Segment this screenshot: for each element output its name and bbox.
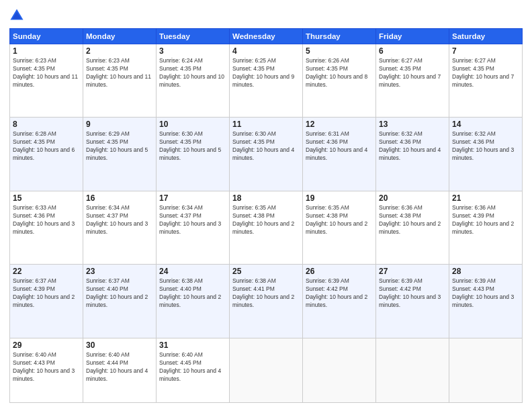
day-info: Sunrise: 6:27 AM Sunset: 4:35 PM Dayligh…	[379, 57, 446, 89]
page: Sunday Monday Tuesday Wednesday Thursday…	[0, 0, 532, 411]
day-info: Sunrise: 6:29 AM Sunset: 4:35 PM Dayligh…	[86, 130, 153, 163]
calendar-week-row: 29 Sunrise: 6:40 AM Sunset: 4:43 PM Dayl…	[10, 338, 523, 402]
day-info: Sunrise: 6:23 AM Sunset: 4:35 PM Dayligh…	[13, 57, 80, 89]
day-info: Sunrise: 6:31 AM Sunset: 4:36 PM Dayligh…	[306, 130, 373, 163]
header-monday: Monday	[83, 29, 157, 44]
day-info: Sunrise: 6:27 AM Sunset: 4:35 PM Dayligh…	[452, 57, 519, 89]
day-info: Sunrise: 6:40 AM Sunset: 4:44 PM Dayligh…	[86, 351, 153, 383]
table-row: 30 Sunrise: 6:40 AM Sunset: 4:44 PM Dayl…	[83, 338, 157, 402]
table-row: 24 Sunrise: 6:38 AM Sunset: 4:40 PM Dayl…	[157, 265, 230, 338]
day-number: 6	[379, 46, 446, 56]
logo	[9, 8, 27, 23]
calendar-table: Sunday Monday Tuesday Wednesday Thursday…	[9, 28, 523, 403]
day-number: 9	[86, 120, 153, 129]
day-number: 23	[86, 267, 153, 276]
table-row	[449, 338, 523, 402]
table-row: 23 Sunrise: 6:37 AM Sunset: 4:40 PM Dayl…	[83, 265, 157, 338]
table-row	[230, 338, 303, 402]
table-row: 25 Sunrise: 6:38 AM Sunset: 4:41 PM Dayl…	[230, 265, 303, 338]
day-number: 11	[232, 120, 300, 129]
table-row: 3 Sunrise: 6:24 AM Sunset: 4:35 PM Dayli…	[157, 44, 230, 118]
calendar-week-row: 22 Sunrise: 6:37 AM Sunset: 4:39 PM Dayl…	[10, 265, 523, 338]
day-number: 2	[86, 46, 153, 56]
day-info: Sunrise: 6:28 AM Sunset: 4:35 PM Dayligh…	[13, 130, 80, 163]
day-info: Sunrise: 6:32 AM Sunset: 4:36 PM Dayligh…	[379, 130, 446, 163]
day-info: Sunrise: 6:38 AM Sunset: 4:40 PM Dayligh…	[159, 277, 226, 310]
table-row: 18 Sunrise: 6:35 AM Sunset: 4:38 PM Dayl…	[230, 191, 303, 264]
header-sunday: Sunday	[10, 29, 83, 44]
day-info: Sunrise: 6:34 AM Sunset: 4:37 PM Dayligh…	[86, 204, 153, 236]
day-info: Sunrise: 6:36 AM Sunset: 4:39 PM Dayligh…	[452, 204, 519, 236]
header-tuesday: Tuesday	[157, 29, 230, 44]
day-number: 29	[13, 340, 80, 350]
table-row: 16 Sunrise: 6:34 AM Sunset: 4:37 PM Dayl…	[83, 191, 157, 264]
header	[9, 8, 523, 23]
day-number: 1	[13, 46, 80, 56]
table-row: 31 Sunrise: 6:40 AM Sunset: 4:45 PM Dayl…	[157, 338, 230, 402]
header-thursday: Thursday	[303, 29, 376, 44]
day-number: 12	[306, 120, 373, 129]
table-row: 5 Sunrise: 6:26 AM Sunset: 4:35 PM Dayli…	[303, 44, 376, 118]
table-row: 20 Sunrise: 6:36 AM Sunset: 4:38 PM Dayl…	[376, 191, 449, 264]
weekday-header-row: Sunday Monday Tuesday Wednesday Thursday…	[10, 29, 523, 44]
day-info: Sunrise: 6:30 AM Sunset: 4:35 PM Dayligh…	[232, 130, 300, 163]
day-info: Sunrise: 6:35 AM Sunset: 4:38 PM Dayligh…	[232, 204, 300, 236]
table-row: 14 Sunrise: 6:32 AM Sunset: 4:36 PM Dayl…	[449, 118, 523, 191]
table-row: 21 Sunrise: 6:36 AM Sunset: 4:39 PM Dayl…	[449, 191, 523, 264]
table-row	[376, 338, 449, 402]
table-row: 10 Sunrise: 6:30 AM Sunset: 4:35 PM Dayl…	[157, 118, 230, 191]
day-info: Sunrise: 6:39 AM Sunset: 4:43 PM Dayligh…	[452, 277, 519, 310]
day-number: 15	[13, 193, 80, 203]
day-number: 13	[379, 120, 446, 129]
calendar-week-row: 8 Sunrise: 6:28 AM Sunset: 4:35 PM Dayli…	[10, 118, 523, 191]
day-number: 24	[159, 267, 226, 276]
day-number: 26	[306, 267, 373, 276]
table-row: 22 Sunrise: 6:37 AM Sunset: 4:39 PM Dayl…	[10, 265, 83, 338]
day-info: Sunrise: 6:39 AM Sunset: 4:42 PM Dayligh…	[379, 277, 446, 310]
header-wednesday: Wednesday	[230, 29, 303, 44]
day-info: Sunrise: 6:32 AM Sunset: 4:36 PM Dayligh…	[452, 130, 519, 163]
table-row: 12 Sunrise: 6:31 AM Sunset: 4:36 PM Dayl…	[303, 118, 376, 191]
day-info: Sunrise: 6:24 AM Sunset: 4:35 PM Dayligh…	[159, 57, 226, 89]
day-number: 7	[452, 46, 519, 56]
day-number: 17	[159, 193, 226, 203]
table-row: 27 Sunrise: 6:39 AM Sunset: 4:42 PM Dayl…	[376, 265, 449, 338]
table-row: 7 Sunrise: 6:27 AM Sunset: 4:35 PM Dayli…	[449, 44, 523, 118]
day-info: Sunrise: 6:38 AM Sunset: 4:41 PM Dayligh…	[232, 277, 300, 310]
table-row: 6 Sunrise: 6:27 AM Sunset: 4:35 PM Dayli…	[376, 44, 449, 118]
day-info: Sunrise: 6:37 AM Sunset: 4:40 PM Dayligh…	[86, 277, 153, 310]
table-row: 1 Sunrise: 6:23 AM Sunset: 4:35 PM Dayli…	[10, 44, 83, 118]
header-friday: Friday	[376, 29, 449, 44]
calendar-week-row: 15 Sunrise: 6:33 AM Sunset: 4:36 PM Dayl…	[10, 191, 523, 264]
table-row: 9 Sunrise: 6:29 AM Sunset: 4:35 PM Dayli…	[83, 118, 157, 191]
table-row: 17 Sunrise: 6:34 AM Sunset: 4:37 PM Dayl…	[157, 191, 230, 264]
day-info: Sunrise: 6:25 AM Sunset: 4:35 PM Dayligh…	[232, 57, 300, 89]
day-number: 19	[306, 193, 373, 203]
day-number: 14	[452, 120, 519, 129]
table-row: 19 Sunrise: 6:35 AM Sunset: 4:38 PM Dayl…	[303, 191, 376, 264]
day-info: Sunrise: 6:40 AM Sunset: 4:43 PM Dayligh…	[13, 351, 80, 383]
day-number: 5	[306, 46, 373, 56]
day-info: Sunrise: 6:33 AM Sunset: 4:36 PM Dayligh…	[13, 204, 80, 236]
table-row	[303, 338, 376, 402]
day-info: Sunrise: 6:40 AM Sunset: 4:45 PM Dayligh…	[159, 351, 226, 383]
day-number: 30	[86, 340, 153, 350]
table-row: 11 Sunrise: 6:30 AM Sunset: 4:35 PM Dayl…	[230, 118, 303, 191]
day-info: Sunrise: 6:30 AM Sunset: 4:35 PM Dayligh…	[159, 130, 226, 163]
calendar-week-row: 1 Sunrise: 6:23 AM Sunset: 4:35 PM Dayli…	[10, 44, 523, 118]
day-info: Sunrise: 6:37 AM Sunset: 4:39 PM Dayligh…	[13, 277, 80, 310]
table-row: 13 Sunrise: 6:32 AM Sunset: 4:36 PM Dayl…	[376, 118, 449, 191]
table-row: 8 Sunrise: 6:28 AM Sunset: 4:35 PM Dayli…	[10, 118, 83, 191]
day-info: Sunrise: 6:35 AM Sunset: 4:38 PM Dayligh…	[306, 204, 373, 236]
day-number: 3	[159, 46, 226, 56]
table-row: 28 Sunrise: 6:39 AM Sunset: 4:43 PM Dayl…	[449, 265, 523, 338]
day-number: 8	[13, 120, 80, 129]
day-number: 4	[232, 46, 300, 56]
day-number: 28	[452, 267, 519, 276]
day-number: 18	[232, 193, 300, 203]
table-row: 2 Sunrise: 6:23 AM Sunset: 4:35 PM Dayli…	[83, 44, 157, 118]
day-number: 21	[452, 193, 519, 203]
day-number: 27	[379, 267, 446, 276]
day-number: 25	[232, 267, 300, 276]
table-row: 29 Sunrise: 6:40 AM Sunset: 4:43 PM Dayl…	[10, 338, 83, 402]
